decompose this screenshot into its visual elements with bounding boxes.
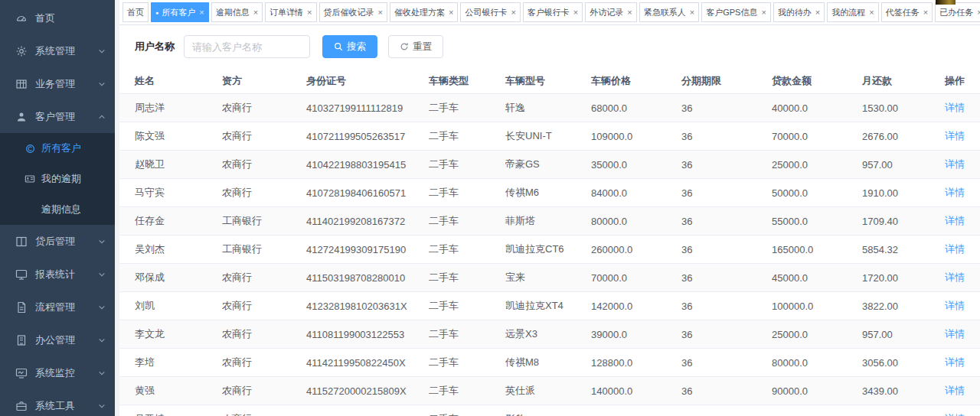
cell-price: 77000.0: [591, 405, 681, 416]
report-icon: [15, 268, 28, 281]
close-icon[interactable]: ×: [573, 8, 578, 17]
cell-funder: 农商行: [222, 349, 306, 377]
tab[interactable]: 紧急联系人 ×: [639, 2, 699, 22]
cell-name: 黄强: [119, 377, 222, 405]
table-row: 邓保成 农商行 411503198708280010 二手车 宝来 70000.…: [119, 264, 980, 292]
close-icon[interactable]: ×: [627, 8, 632, 17]
col-header-monthly: 月还款: [862, 69, 945, 94]
detail-link[interactable]: 详情: [945, 243, 965, 255]
cell-funder: 工商银行: [222, 207, 306, 236]
tab[interactable]: 代签任务 ×: [881, 2, 933, 22]
sidebar-item-label: 首页: [35, 11, 55, 25]
sidebar-item-label: 系统工具: [35, 399, 75, 413]
columns-icon: [15, 236, 28, 248]
cell-loan: 50000.0: [772, 405, 862, 416]
detail-link[interactable]: 详情: [945, 385, 965, 396]
sidebar-item-customer-mgmt[interactable]: 客户管理: [0, 100, 115, 133]
close-icon[interactable]: ×: [923, 8, 928, 17]
cell-id: 410422198803195415: [306, 151, 429, 179]
close-icon[interactable]: ×: [511, 8, 515, 17]
reset-button[interactable]: 重置: [388, 35, 443, 58]
sidebar-item-postloan-mgmt[interactable]: 贷后管理: [0, 225, 115, 258]
tab[interactable]: 外访记录 ×: [585, 2, 636, 22]
sidebar-item-process-mgmt[interactable]: 流程管理: [0, 291, 115, 323]
cell-loan: 45000.0: [772, 264, 862, 292]
detail-link[interactable]: 详情: [945, 300, 965, 311]
tab[interactable]: ● 所有客户 ×: [151, 2, 209, 22]
cell-funder: 农商行: [222, 405, 306, 416]
cell-monthly: 1530.00: [862, 94, 945, 122]
search-button[interactable]: 搜索: [322, 35, 377, 58]
customer-name-input[interactable]: [184, 35, 310, 58]
tab[interactable]: 催收处理方案 ×: [390, 2, 458, 22]
close-icon[interactable]: ×: [690, 8, 694, 17]
close-icon[interactable]: ×: [199, 8, 204, 17]
tab[interactable]: 贷后催收记录 ×: [319, 2, 387, 22]
sidebar-item-label: 逾期信息: [41, 203, 81, 216]
detail-link[interactable]: 详情: [945, 187, 965, 198]
cell-id: 410325199709223094: [306, 405, 429, 416]
detail-link[interactable]: 详情: [945, 356, 965, 368]
cell-term: 36: [681, 292, 772, 320]
cell-monthly: 5854.32: [862, 236, 945, 264]
cell-funder: 农商行: [222, 179, 306, 207]
tab[interactable]: 客户银行卡 ×: [523, 2, 583, 22]
col-header-vtype: 车辆类型: [429, 69, 505, 94]
sidebar-item-label: 业务管理: [35, 77, 75, 91]
close-icon[interactable]: ×: [977, 8, 980, 17]
close-icon[interactable]: ×: [761, 8, 766, 17]
tab[interactable]: 订单详情 ×: [265, 2, 316, 22]
cell-loan: 25000.0: [772, 320, 862, 349]
sidebar-item-office-mgmt[interactable]: 办公管理: [0, 323, 115, 356]
tab[interactable]: 已办任务 ×: [935, 2, 980, 22]
cell-name: 马守宾: [119, 179, 222, 207]
table-row: 刘凯 农商行 41232819810203631X 二手车 凯迪拉克XT4 14…: [119, 292, 980, 320]
sidebar-item-my-overdue[interactable]: 我的逾期: [0, 164, 115, 194]
cell-monthly: 957.00: [862, 151, 945, 179]
sidebar-item-system-monitor[interactable]: 系统监控: [0, 356, 115, 389]
cell-id: 411402199208167372: [306, 207, 429, 236]
detail-link[interactable]: 详情: [945, 413, 965, 416]
detail-link[interactable]: 详情: [945, 215, 965, 226]
tab[interactable]: 首页: [122, 2, 149, 22]
detail-link[interactable]: 详情: [945, 102, 965, 113]
tab-label: 外访记录: [590, 7, 623, 18]
sidebar-item-home[interactable]: 首页: [0, 2, 115, 34]
tab[interactable]: 我的流程 ×: [827, 2, 878, 22]
detail-link[interactable]: 详情: [945, 328, 965, 340]
close-icon[interactable]: ×: [815, 8, 820, 17]
cell-loan: 100000.0: [772, 292, 862, 320]
close-icon[interactable]: ×: [253, 8, 258, 17]
close-icon[interactable]: ×: [869, 8, 874, 17]
tab[interactable]: 公司银行卡 ×: [460, 2, 520, 22]
sidebar-item-business-mgmt[interactable]: 业务管理: [0, 67, 115, 100]
chevron-down-icon: [98, 238, 106, 245]
sidebar-item-overdue-info[interactable]: 逾期信息: [0, 194, 115, 225]
sidebar-item-system-tools[interactable]: 系统工具: [0, 389, 115, 416]
detail-link[interactable]: 详情: [945, 271, 965, 283]
tab[interactable]: 我的待办 ×: [773, 2, 825, 22]
sidebar-item-system-mgmt[interactable]: 系统管理: [0, 34, 115, 67]
cell-vtype: 二手车: [429, 292, 505, 320]
table-row: 吴刘杰 工商银行 412724199309175190 二手车 凯迪拉克CT6 …: [119, 236, 980, 264]
cell-monthly: 3822.00: [862, 292, 945, 320]
tab-label: 我的待办: [778, 7, 812, 18]
cell-vmodel: 英仕派: [505, 377, 591, 405]
close-icon[interactable]: ×: [449, 8, 453, 17]
cell-term: 36: [681, 207, 772, 236]
sidebar-item-report-stats[interactable]: 报表统计: [0, 258, 115, 291]
office-icon: [15, 334, 28, 346]
close-icon[interactable]: ×: [307, 8, 312, 17]
tab[interactable]: 客户GPS信息 ×: [701, 2, 771, 22]
cell-price: 128800.0: [591, 349, 681, 377]
detail-link[interactable]: 详情: [945, 130, 965, 141]
close-icon[interactable]: ×: [378, 8, 383, 17]
tab[interactable]: 逾期信息 ×: [211, 2, 263, 22]
cell-vtype: 二手车: [429, 264, 505, 292]
cell-vtype: 二手车: [429, 377, 505, 405]
detail-link[interactable]: 详情: [945, 158, 965, 170]
sidebar-item-all-customers[interactable]: 所有客户: [0, 133, 115, 164]
cell-id: 41142119950822450X: [306, 349, 429, 377]
search-button-label: 搜索: [347, 41, 366, 54]
tab-label: 订单详情: [270, 7, 303, 18]
